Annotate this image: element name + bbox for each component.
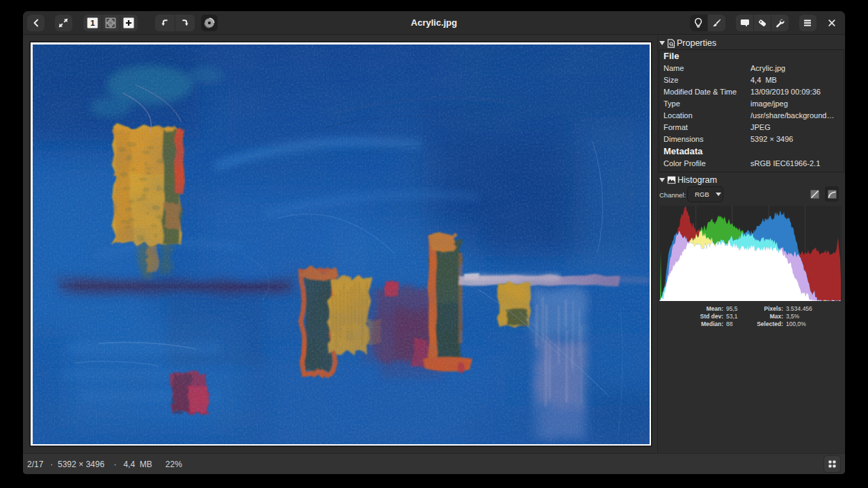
svg-text:1: 1 [90, 19, 95, 27]
